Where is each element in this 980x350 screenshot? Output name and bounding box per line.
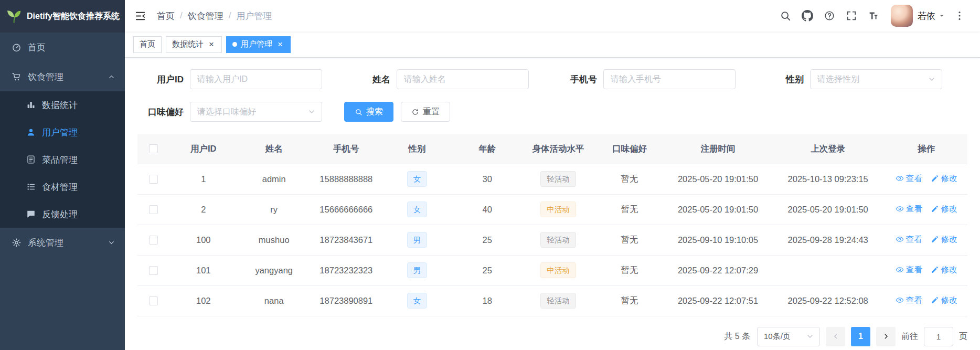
- view-button[interactable]: 查看: [896, 295, 922, 306]
- page-size-select[interactable]: 10条/页: [757, 327, 820, 346]
- edit-button[interactable]: 修改: [931, 264, 957, 275]
- activity-level-badge: 轻活动: [540, 232, 576, 248]
- edit-button[interactable]: 修改: [931, 173, 957, 184]
- column-header: 手机号: [310, 134, 382, 164]
- edit-button[interactable]: 修改: [931, 234, 957, 245]
- search-icon: [355, 108, 363, 116]
- github-icon[interactable]: [802, 10, 813, 22]
- field-label: 用户ID: [137, 73, 184, 86]
- gear-icon: [12, 238, 22, 248]
- pagination: 共 5 条 10条/页 1 前往 页: [137, 327, 967, 350]
- cell-last-login: 2025-09-28 19:24:43: [771, 225, 885, 255]
- view-button[interactable]: 查看: [896, 264, 922, 275]
- column-header: 口味偏好: [594, 134, 665, 164]
- cell-user-id: 1: [169, 164, 238, 194]
- user-id-input[interactable]: [190, 69, 322, 89]
- table-row: 2ry15666666666女40中活动暂无2025-05-20 19:01:5…: [137, 194, 967, 225]
- edit-icon: [931, 235, 939, 243]
- view-tab[interactable]: 用户管理×: [226, 36, 291, 53]
- view-button[interactable]: 查看: [896, 204, 922, 215]
- row-checkbox[interactable]: [149, 266, 158, 275]
- sidebar-item-dish-management[interactable]: 菜品管理: [0, 146, 125, 173]
- edit-button[interactable]: 修改: [931, 204, 957, 215]
- sidebar-item-diet-management[interactable]: 饮食管理: [0, 62, 125, 91]
- cell-register-time: 2025-05-20 19:01:50: [665, 164, 771, 194]
- tab-close-icon[interactable]: ×: [207, 40, 216, 49]
- list-icon: [26, 182, 36, 192]
- top-navbar: 首页/饮食管理/用户管理 若依: [125, 0, 980, 31]
- view-tab[interactable]: 数据统计×: [166, 36, 222, 53]
- activity-level-badge: 中活动: [540, 262, 576, 278]
- help-icon[interactable]: [824, 10, 835, 22]
- search-field-phone: 手机号: [551, 69, 736, 89]
- sidebar-item-ingredient-management[interactable]: 食材管理: [0, 173, 125, 200]
- field-label: 姓名: [344, 73, 390, 86]
- breadcrumb-item[interactable]: 饮食管理: [188, 10, 223, 22]
- sidebar-item-data-statistics[interactable]: 数据统计: [0, 91, 125, 119]
- breadcrumb-item[interactable]: 首页: [157, 10, 175, 22]
- sidebar: Dietify智能饮食推荐系统 首页饮食管理数据统计用户管理菜品管理食材管理反馈…: [0, 0, 125, 350]
- user-menu[interactable]: 若依: [891, 5, 945, 27]
- sidebar-item-feedback-handling[interactable]: 反馈处理: [0, 200, 125, 228]
- search-field-name: 姓名: [344, 69, 529, 89]
- row-checkbox[interactable]: [149, 175, 158, 184]
- view-button-label: 查看: [906, 295, 922, 306]
- sidebar-item-home[interactable]: 首页: [0, 33, 125, 62]
- chevron-down-icon: [928, 75, 936, 83]
- chevron-up-icon: [108, 73, 115, 81]
- font-size-icon[interactable]: [868, 10, 879, 22]
- search-button[interactable]: 搜索: [344, 102, 393, 122]
- page-1-button[interactable]: 1: [851, 327, 870, 346]
- eye-icon: [896, 296, 904, 304]
- goto-page-input[interactable]: [924, 327, 953, 346]
- tab-close-icon[interactable]: ×: [276, 40, 284, 49]
- cell-phone: 18723843671: [310, 225, 382, 255]
- sidebar-toggle-icon[interactable]: [134, 10, 146, 22]
- select-all-checkbox[interactable]: [149, 144, 158, 153]
- more-options-icon[interactable]: [954, 10, 965, 22]
- view-button[interactable]: 查看: [896, 173, 922, 184]
- chevron-down-icon: [307, 108, 316, 116]
- table-row: 101yangyang18723232323男25中活动暂无2025-09-22…: [137, 255, 967, 285]
- activity-level-badge: 轻活动: [540, 293, 576, 309]
- user-table: 用户ID姓名手机号性别年龄身体活动水平口味偏好注册时间上次登录操作 1admin…: [137, 134, 967, 316]
- reset-button[interactable]: 重置: [401, 102, 450, 122]
- leaf-logo-icon: [5, 8, 22, 25]
- next-page-button[interactable]: [876, 327, 896, 346]
- view-tab[interactable]: 首页: [133, 36, 162, 53]
- gender-select[interactable]: 请选择性别: [810, 69, 942, 89]
- field-label: 口味偏好: [137, 106, 184, 118]
- phone-input[interactable]: [603, 69, 736, 89]
- header-search-icon[interactable]: [780, 10, 791, 22]
- cell-register-time: 2025-09-10 19:10:05: [665, 225, 771, 255]
- sidebar-item-user-management[interactable]: 用户管理: [0, 119, 125, 146]
- sidebar-submenu: 数据统计用户管理菜品管理食材管理反馈处理: [0, 91, 125, 228]
- cell-age: 18: [452, 285, 523, 316]
- row-checkbox[interactable]: [149, 236, 158, 245]
- view-button[interactable]: 查看: [896, 234, 922, 245]
- row-checkbox[interactable]: [149, 205, 158, 214]
- activity-level-badge: 轻活动: [540, 171, 576, 187]
- edit-button-label: 修改: [941, 234, 957, 245]
- row-checkbox[interactable]: [149, 296, 158, 305]
- cell-last-login: 2025-10-13 09:23:15: [771, 164, 885, 194]
- app-logo[interactable]: Dietify智能饮食推荐系统: [0, 0, 125, 33]
- name-input[interactable]: [397, 69, 529, 89]
- prev-page-button[interactable]: [826, 327, 845, 346]
- edit-button[interactable]: 修改: [931, 295, 957, 306]
- sidebar-menu: 首页饮食管理数据统计用户管理菜品管理食材管理反馈处理系统管理: [0, 33, 125, 257]
- cell-user-id: 102: [169, 285, 238, 316]
- cell-actions: 查看修改: [885, 194, 967, 225]
- sidebar-item-system-management[interactable]: 系统管理: [0, 228, 125, 257]
- fullscreen-icon[interactable]: [846, 10, 857, 22]
- cell-taste-preference: 暂无: [594, 285, 665, 316]
- gender-badge: 男: [407, 262, 428, 278]
- select-placeholder: 请选择性别: [817, 74, 859, 85]
- sidebar-item-label: 反馈处理: [42, 208, 78, 220]
- edit-icon: [931, 296, 939, 304]
- gender-badge: 女: [407, 201, 428, 217]
- cell-name: admin: [238, 164, 310, 194]
- taste-select[interactable]: 请选择口味偏好: [190, 102, 322, 122]
- cell-actions: 查看修改: [885, 164, 967, 194]
- sidebar-item-label: 饮食管理: [28, 71, 63, 83]
